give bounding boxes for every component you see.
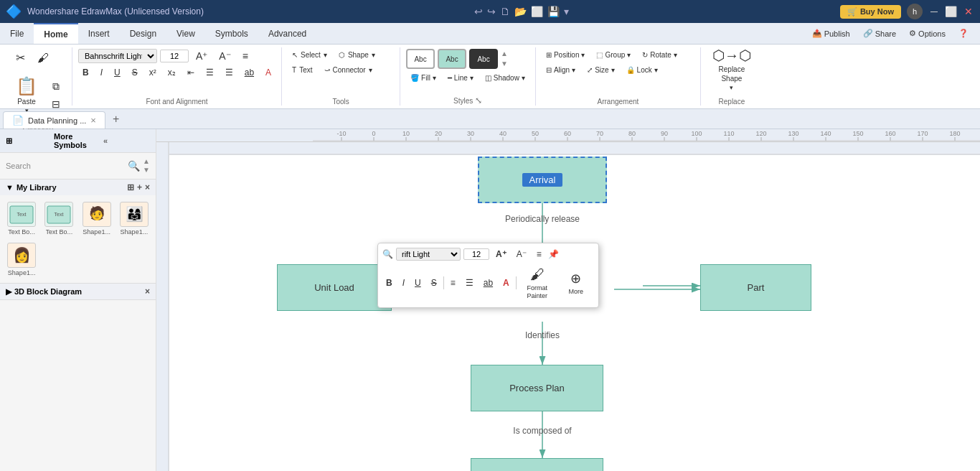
sidebar-collapse-btn[interactable]: « bbox=[102, 135, 150, 146]
canvas[interactable]: Arrival Unit Load ...ned to form Part Pr… bbox=[169, 142, 980, 471]
floating-italic-btn[interactable]: I bbox=[399, 276, 408, 289]
styles-down-arrow[interactable]: ▼ bbox=[501, 60, 508, 68]
minimize-button[interactable]: ─ bbox=[928, 6, 940, 17]
search-icon[interactable]: 🔍 bbox=[128, 160, 140, 172]
process-plan-box[interactable]: Process Plan bbox=[471, 365, 603, 411]
menu-home[interactable]: Home bbox=[34, 23, 77, 44]
help-button[interactable]: ❓ bbox=[954, 27, 973, 39]
size-button[interactable]: ⤢ Size ▾ bbox=[583, 64, 618, 76]
restore-icon[interactable]: ⬜ bbox=[531, 6, 543, 17]
tab-close-btn[interactable]: × bbox=[90, 115, 96, 126]
floating-bold-btn[interactable]: B bbox=[382, 276, 396, 289]
my-library-header[interactable]: ▼ My Library ⊞ + × bbox=[0, 179, 156, 195]
lock-button[interactable]: 🔒 Lock ▾ bbox=[622, 64, 662, 76]
floating-ab-btn[interactable]: ab bbox=[480, 276, 496, 289]
replace-shape-button[interactable]: ⬡→⬡ Replace Shape ▾ bbox=[707, 47, 757, 90]
indent-dec-btn[interactable]: ⇤ bbox=[183, 66, 199, 79]
floating-font-select[interactable]: rift Light bbox=[396, 248, 461, 261]
shape-item[interactable]: 👩 Shape1... bbox=[4, 241, 39, 279]
library-close-btn[interactable]: × bbox=[145, 182, 150, 192]
floating-align-btn[interactable]: ≡ bbox=[533, 248, 545, 261]
copy2-button[interactable]: ⊟ bbox=[46, 96, 66, 112]
subscript-btn[interactable]: x₂ bbox=[164, 66, 180, 79]
line-button[interactable]: ━ Line ▾ bbox=[443, 72, 478, 84]
font-size-input[interactable] bbox=[160, 50, 189, 62]
font-family-select[interactable]: Bahnschrift Light bbox=[78, 49, 157, 63]
ab-underline-btn[interactable]: ab bbox=[240, 66, 258, 79]
new-icon[interactable]: 🗋 bbox=[500, 6, 510, 17]
italic-btn[interactable]: I bbox=[96, 66, 107, 79]
shape-dropdown-icon[interactable]: ▾ bbox=[372, 51, 375, 59]
library-add-btn[interactable]: + bbox=[137, 182, 142, 192]
underline-btn[interactable]: U bbox=[110, 66, 125, 79]
rotate-button[interactable]: ↻ Rotate ▾ bbox=[638, 49, 681, 61]
menu-view[interactable]: View bbox=[166, 23, 205, 44]
library-expand-btn[interactable]: ⊞ bbox=[127, 182, 134, 192]
bottom-box[interactable] bbox=[471, 458, 603, 471]
tab-add-button[interactable]: + bbox=[105, 110, 126, 129]
block-close-btn[interactable]: × bbox=[145, 286, 150, 297]
share-button[interactable]: 🔗 Share bbox=[859, 27, 900, 39]
close-button[interactable]: ✕ bbox=[963, 6, 974, 17]
menu-advanced[interactable]: Advanced bbox=[258, 23, 316, 44]
connector-dropdown-icon[interactable]: ▾ bbox=[369, 66, 372, 74]
shape-button[interactable]: ⬡ Shape ▾ bbox=[334, 49, 380, 61]
list-btn[interactable]: ☰ bbox=[221, 66, 237, 79]
replace-dropdown-icon[interactable]: ▾ bbox=[730, 84, 733, 91]
font-color-btn[interactable]: A bbox=[261, 66, 275, 79]
floating-underline-btn[interactable]: U bbox=[411, 276, 425, 289]
strikethrough-btn[interactable]: S bbox=[128, 66, 142, 79]
shadow-button[interactable]: ◫ Shadow ▾ bbox=[481, 72, 529, 84]
styles-expand-icon[interactable]: ⤡ bbox=[475, 95, 482, 106]
user-avatar[interactable]: h bbox=[907, 4, 923, 19]
cut-button[interactable]: ✂ bbox=[10, 49, 30, 67]
copy-button[interactable]: ⧉ bbox=[46, 78, 66, 95]
bold-btn[interactable]: B bbox=[78, 66, 93, 79]
position-button[interactable]: ⊞ Position ▾ bbox=[542, 49, 590, 61]
undo-icon[interactable]: ↩ bbox=[474, 6, 483, 17]
connector-button[interactable]: ⤻ Connector ▾ bbox=[320, 64, 377, 76]
style-box-1[interactable]: Abc bbox=[406, 49, 435, 69]
format-painter-btn[interactable]: 🖌 bbox=[33, 50, 53, 67]
style-box-2[interactable]: Abc bbox=[438, 49, 466, 69]
floating-incfont-btn[interactable]: A⁺ bbox=[492, 248, 510, 261]
restore-button[interactable]: ⬜ bbox=[946, 6, 957, 17]
menu-symbols[interactable]: Symbols bbox=[205, 23, 258, 44]
shadow-dropdown-icon[interactable]: ▾ bbox=[522, 74, 525, 82]
redo-icon[interactable]: ↪ bbox=[487, 6, 496, 17]
shape-item[interactable]: 👨‍👩‍👧 Shape1... bbox=[117, 200, 151, 238]
floating-decfont-btn[interactable]: A⁻ bbox=[513, 248, 530, 261]
floating-strikethrough-btn[interactable]: S bbox=[428, 276, 440, 289]
group-button[interactable]: ⬚ Group ▾ bbox=[592, 49, 635, 61]
select-button[interactable]: ↖ Select ▾ bbox=[288, 49, 331, 61]
floating-ordered-list-btn[interactable]: ≡ bbox=[447, 276, 459, 289]
unit-load-box[interactable]: Unit Load bbox=[277, 264, 392, 311]
menu-insert[interactable]: Insert bbox=[78, 23, 120, 44]
bullet-btn[interactable]: ☰ bbox=[202, 66, 218, 79]
position-dropdown-icon[interactable]: ▾ bbox=[581, 51, 585, 59]
line-dropdown-icon[interactable]: ▾ bbox=[470, 74, 473, 82]
align-btn[interactable]: ≡ bbox=[238, 49, 253, 63]
increase-font-btn[interactable]: A⁺ bbox=[192, 49, 212, 63]
styles-up-arrow[interactable]: ▲ bbox=[501, 50, 508, 58]
more-qa-icon[interactable]: ▾ bbox=[564, 6, 569, 17]
text-button[interactable]: T Text bbox=[288, 64, 316, 76]
publish-button[interactable]: 📤 Publish bbox=[808, 27, 854, 39]
floating-unordered-list-btn[interactable]: ☰ bbox=[462, 276, 477, 289]
shape-item[interactable]: Text Text Bo... bbox=[42, 200, 76, 238]
lock-dropdown-icon[interactable]: ▾ bbox=[654, 66, 658, 74]
fill-dropdown-icon[interactable]: ▾ bbox=[433, 74, 436, 82]
size-dropdown-icon[interactable]: ▾ bbox=[611, 66, 615, 74]
superscript-btn[interactable]: x² bbox=[145, 66, 161, 79]
align-button[interactable]: ⊟ Align ▾ bbox=[542, 64, 580, 76]
shape-item[interactable]: Text Text Bo... bbox=[4, 200, 39, 238]
floating-fontcolor-btn[interactable]: A bbox=[499, 276, 513, 289]
canvas-area[interactable]: -100102030405060708090100110120130140150… bbox=[156, 129, 980, 471]
block-diagram-header[interactable]: ▶ 3D Block Diagram × bbox=[0, 284, 156, 299]
arrival-box[interactable]: Arrival bbox=[478, 157, 607, 203]
save-icon[interactable]: 💾 bbox=[547, 6, 560, 17]
style-box-3[interactable]: Abc bbox=[469, 49, 498, 69]
rotate-dropdown-icon[interactable]: ▾ bbox=[674, 51, 677, 59]
document-tab[interactable]: 📄 Data Planning ... × bbox=[3, 111, 105, 129]
shape-item[interactable]: 🧑 Shape1... bbox=[80, 200, 114, 238]
